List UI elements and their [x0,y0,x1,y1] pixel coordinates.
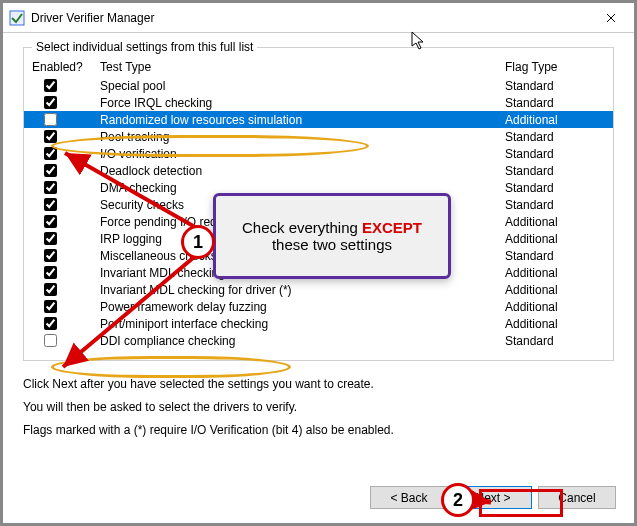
row-flag-type: Standard [505,96,605,110]
row-flag-type: Standard [505,164,605,178]
row-flag-type: Standard [505,249,605,263]
row-flag-type: Additional [505,215,605,229]
row-flag-type: Standard [505,334,605,348]
row-test-type: Special pool [100,79,505,93]
table-row[interactable]: Port/miniport interface checkingAddition… [24,315,613,332]
row-checkbox[interactable] [44,334,57,347]
instruction-line: Click Next after you have selected the s… [23,373,614,396]
callout-text-except: EXCEPT [362,219,422,236]
row-test-type: Invariant MDL checking for driver (*) [100,283,505,297]
row-test-type: DDI compliance checking [100,334,505,348]
row-test-type: Pool tracking [100,130,505,144]
callout-text: Check everything [242,219,362,236]
annotation-badge: 1 [181,225,215,259]
header-test-type[interactable]: Test Type [100,60,505,74]
row-checkbox[interactable] [44,79,57,92]
table-row[interactable]: Pool trackingStandard [24,128,613,145]
row-checkbox[interactable] [44,96,57,109]
app-icon [9,10,25,26]
close-button[interactable] [588,3,634,33]
back-button[interactable]: < Back [370,486,448,509]
header-flag-type[interactable]: Flag Type [505,60,605,74]
row-checkbox[interactable] [44,113,57,126]
row-checkbox[interactable] [44,232,57,245]
cancel-button[interactable]: Cancel [538,486,616,509]
instructions: Click Next after you have selected the s… [3,361,634,441]
row-flag-type: Additional [505,300,605,314]
instruction-line: Flags marked with a (*) require I/O Veri… [23,419,614,442]
table-row[interactable]: Special poolStandard [24,77,613,94]
row-flag-type: Standard [505,198,605,212]
row-test-type: Power framework delay fuzzing [100,300,505,314]
instruction-line: You will then be asked to select the dri… [23,396,614,419]
row-flag-type: Standard [505,79,605,93]
table-row[interactable]: Power framework delay fuzzingAdditional [24,298,613,315]
callout-text: these two settings [272,236,392,253]
table-row[interactable]: Invariant MDL checking for driver (*)Add… [24,281,613,298]
window-title: Driver Verifier Manager [31,11,588,25]
header-enabled[interactable]: Enabled? [32,60,100,74]
row-checkbox[interactable] [44,215,57,228]
row-checkbox[interactable] [44,181,57,194]
list-header: Enabled? Test Type Flag Type [24,56,613,77]
annotation-badge: 2 [441,483,475,517]
table-row[interactable]: DDI compliance checkingStandard [24,332,613,349]
row-flag-type: Additional [505,232,605,246]
table-row[interactable]: Force IRQL checkingStandard [24,94,613,111]
titlebar: Driver Verifier Manager [3,3,634,33]
row-test-type: Deadlock detection [100,164,505,178]
table-row[interactable]: Deadlock detectionStandard [24,162,613,179]
row-flag-type: Additional [505,283,605,297]
row-checkbox[interactable] [44,266,57,279]
row-checkbox[interactable] [44,147,57,160]
row-flag-type: Additional [505,317,605,331]
row-checkbox[interactable] [44,283,57,296]
row-checkbox[interactable] [44,164,57,177]
row-checkbox[interactable] [44,249,57,262]
row-test-type: Port/miniport interface checking [100,317,505,331]
groupbox-label: Select individual settings from this ful… [32,40,257,54]
row-flag-type: Additional [505,266,605,280]
row-flag-type: Standard [505,181,605,195]
row-test-type: Randomized low resources simulation [100,113,505,127]
row-checkbox[interactable] [44,317,57,330]
row-flag-type: Additional [505,113,605,127]
table-row[interactable]: I/O verificationStandard [24,145,613,162]
row-checkbox[interactable] [44,300,57,313]
row-test-type: Force IRQL checking [100,96,505,110]
annotation-callout: Check everything EXCEPT these two settin… [213,193,451,279]
row-flag-type: Standard [505,130,605,144]
row-checkbox[interactable] [44,198,57,211]
row-checkbox[interactable] [44,130,57,143]
row-test-type: I/O verification [100,147,505,161]
row-flag-type: Standard [505,147,605,161]
table-row[interactable]: Randomized low resources simulationAddit… [24,111,613,128]
